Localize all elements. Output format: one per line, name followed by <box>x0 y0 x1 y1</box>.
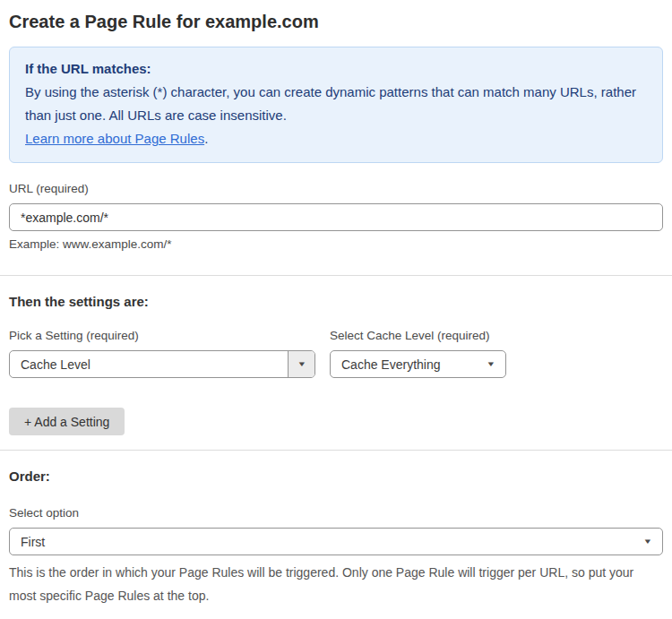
info-box-link-line: Learn more about Page Rules. <box>25 127 647 150</box>
setting-picker-select[interactable]: Cache Level ▼ <box>9 350 315 378</box>
order-select-value: First <box>10 535 45 549</box>
cache-level-value: Cache Everything <box>331 357 441 372</box>
dropdown-arrow-button[interactable]: ▼ <box>288 351 314 377</box>
url-match-info-box: If the URL matches: By using the asteris… <box>9 47 663 163</box>
order-select[interactable]: First ▼ <box>9 528 663 555</box>
url-example-helper: Example: www.example.com/* <box>9 237 663 252</box>
info-box-body: By using the asterisk (*) character, you… <box>25 81 647 127</box>
learn-more-link[interactable]: Learn more about Page Rules <box>25 131 204 146</box>
setting-picker-label: Pick a Setting (required) <box>9 329 315 343</box>
settings-row: Pick a Setting (required) Cache Level ▼ … <box>9 310 663 378</box>
page-rule-form: Create a Page Rule for example.com If th… <box>0 11 672 619</box>
cache-level-select[interactable]: Cache Everything ▼ <box>330 350 506 378</box>
divider <box>0 450 672 451</box>
info-box-heading: If the URL matches: <box>25 57 647 81</box>
order-select-label: Select option <box>9 506 663 520</box>
divider <box>0 275 672 276</box>
chevron-down-icon: ▼ <box>297 361 306 368</box>
order-section-heading: Order: <box>9 469 663 485</box>
chevron-down-icon: ▼ <box>643 538 653 546</box>
url-field-label: URL (required) <box>9 182 663 196</box>
setting-picker-column: Pick a Setting (required) Cache Level ▼ <box>9 310 315 378</box>
cache-level-column: Select Cache Level (required) Cache Ever… <box>330 310 506 378</box>
chevron-down-icon: ▼ <box>487 361 496 368</box>
settings-section-heading: Then the settings are: <box>9 294 663 310</box>
page-title: Create a Page Rule for example.com <box>9 11 663 32</box>
cache-level-label: Select Cache Level (required) <box>330 329 506 343</box>
url-input[interactable] <box>9 203 663 231</box>
setting-picker-value: Cache Level <box>10 357 90 372</box>
order-helper-text: This is the order in which your Page Rul… <box>9 561 654 607</box>
add-setting-button[interactable]: + Add a Setting <box>9 408 125 435</box>
link-suffix: . <box>204 131 208 146</box>
